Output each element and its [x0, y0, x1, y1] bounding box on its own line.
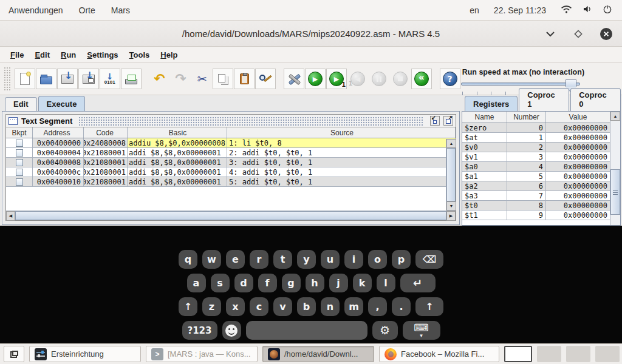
register-value[interactable]: 0x00000000 — [546, 162, 610, 171]
key-s[interactable]: s — [211, 274, 230, 292]
reset-button[interactable]: « — [411, 69, 432, 89]
col-bkpt[interactable]: Bkpt — [6, 127, 33, 138]
scroll-up-icon[interactable]: ▲ — [446, 139, 456, 148]
active-app-menu[interactable]: Mars — [111, 5, 130, 15]
key-q[interactable]: q — [179, 250, 197, 269]
help-button[interactable]: ? — [440, 69, 460, 89]
table-row[interactable]: 0x00400010 0x21080001 addi $8,$8,0x00000… — [6, 177, 456, 187]
key-c[interactable]: c — [250, 297, 268, 316]
scroll-thumb[interactable] — [446, 148, 456, 201]
scroll-left-icon[interactable]: ◀ — [6, 211, 15, 221]
key-l[interactable]: l — [377, 274, 395, 292]
close-button[interactable] — [599, 27, 613, 41]
scroll-right-icon[interactable]: ▶ — [446, 211, 456, 221]
register-row[interactable]: $at 1 0x00000000 — [462, 133, 610, 143]
register-value[interactable]: 0x00000000 — [546, 123, 610, 132]
key-comma[interactable]: , — [368, 297, 387, 316]
key-y[interactable]: y — [297, 250, 316, 269]
table-row[interactable]: 0x00400008 0x21080001 addi $8,$8,0x00000… — [6, 158, 456, 167]
dump-memory-button[interactable]: ↓0101 — [100, 69, 120, 89]
save-button[interactable]: ↓ — [57, 69, 78, 89]
copy-button[interactable] — [213, 69, 233, 89]
clock[interactable]: 22. Sep 11:23 — [494, 5, 546, 15]
maximize-button[interactable] — [571, 27, 586, 41]
save-as-button[interactable]: ↓ — [78, 69, 99, 89]
settings-key[interactable]: ⚙ — [372, 321, 398, 340]
cut-button[interactable]: ✂ — [191, 69, 212, 89]
key-v[interactable]: v — [273, 297, 292, 316]
open-file-button[interactable] — [36, 69, 56, 89]
key-b[interactable]: b — [297, 297, 316, 316]
applications-menu[interactable]: Anwendungen — [9, 5, 63, 15]
register-row[interactable]: $a3 7 0x00000000 — [462, 191, 610, 201]
symbols-key[interactable]: ?123 — [182, 321, 217, 340]
menu-help[interactable]: Help — [155, 48, 183, 62]
col-code[interactable]: Code — [84, 127, 128, 138]
backspace-key[interactable]: ⌫ — [415, 250, 443, 269]
text-segment-titlebar[interactable]: Text Segment ↙ ↗ — [6, 115, 456, 127]
key-d[interactable]: d — [234, 274, 253, 292]
key-z[interactable]: z — [202, 297, 221, 316]
new-file-button[interactable] — [15, 69, 35, 89]
stop-button[interactable] — [390, 69, 411, 89]
key-a[interactable]: a — [187, 274, 206, 292]
register-value[interactable]: 0x00000000 — [546, 191, 610, 200]
run-button[interactable]: ▶ — [305, 69, 326, 89]
workspace-switcher-button[interactable] — [4, 346, 24, 362]
breakpoint-checkbox[interactable] — [16, 140, 23, 147]
scroll-thumb[interactable] — [15, 211, 446, 220]
redo-button[interactable]: ↷ — [171, 69, 191, 89]
register-value[interactable]: 0x00000000 — [546, 181, 610, 190]
col-number[interactable]: Number — [507, 112, 546, 123]
tab-registers[interactable]: Registers — [465, 96, 518, 111]
frame-minimize-button[interactable]: ↙ — [430, 116, 440, 126]
breakpoint-checkbox[interactable] — [16, 178, 23, 186]
key-p[interactable]: p — [392, 250, 411, 269]
register-value[interactable]: 0x00000000 — [546, 211, 610, 220]
key-u[interactable]: u — [321, 250, 340, 269]
menu-settings[interactable]: Settings — [81, 48, 123, 62]
slider-track[interactable] — [461, 83, 580, 86]
menu-file[interactable]: File — [5, 48, 29, 62]
taskbar-item-firefox[interactable]: Facebook – Mozilla Fi... — [379, 346, 499, 362]
keyboard-layout-indicator[interactable]: en — [470, 5, 479, 15]
breakpoint-checkbox[interactable] — [16, 159, 23, 166]
register-row[interactable]: $a1 5 0x00000000 — [462, 172, 610, 181]
register-row[interactable]: $zero 0 0x00000000 — [462, 123, 610, 133]
breakpoint-checkbox[interactable] — [16, 149, 23, 157]
tab-execute[interactable]: Execute — [38, 96, 86, 111]
col-value[interactable]: Value — [546, 112, 610, 123]
emoji-key[interactable] — [222, 321, 241, 340]
key-period[interactable]: . — [392, 297, 411, 316]
step-button[interactable]: ▶1 — [326, 69, 347, 89]
key-h[interactable]: h — [306, 274, 324, 292]
taskbar-item-konsole[interactable]: > [MARS : java — Kons... — [146, 346, 258, 362]
pause-button[interactable] — [369, 69, 389, 89]
key-g[interactable]: g — [282, 274, 301, 292]
paste-button[interactable] — [234, 69, 255, 89]
shift-key-right[interactable]: ↑ — [415, 297, 443, 316]
key-k[interactable]: k — [353, 274, 372, 292]
hide-keyboard-key[interactable]: ⌨▾ — [403, 321, 440, 340]
register-row[interactable]: $t0 8 0x00000000 — [462, 201, 610, 211]
tab-coproc1[interactable]: Coproc 1 — [519, 88, 569, 111]
places-menu[interactable]: Orte — [79, 5, 95, 15]
taskbar-item-mars[interactable]: /home/david/Downl... — [262, 346, 374, 362]
print-button[interactable] — [121, 69, 142, 89]
frame-maximize-button[interactable]: ↗ — [443, 116, 453, 126]
enter-key[interactable]: ↵ — [400, 274, 436, 292]
scroll-down-icon[interactable]: ▼ — [446, 201, 456, 211]
col-name[interactable]: Name — [462, 112, 507, 123]
key-o[interactable]: o — [368, 250, 387, 269]
menu-edit[interactable]: Edit — [29, 48, 55, 62]
registers-vscrollbar[interactable]: ▲ — [610, 112, 620, 226]
register-row[interactable]: $t1 9 0x00000000 — [462, 211, 610, 220]
register-row[interactable]: $v1 3 0x00000000 — [462, 152, 610, 162]
col-basic[interactable]: Basic — [128, 127, 227, 138]
taskbar-empty-button-focused[interactable] — [504, 346, 532, 362]
key-f[interactable]: f — [258, 274, 277, 292]
breakpoint-checkbox[interactable] — [16, 169, 23, 176]
register-value[interactable]: 0x00000000 — [546, 152, 610, 161]
text-segment-hscrollbar[interactable]: ◀ ▶ — [6, 211, 456, 220]
assemble-button[interactable] — [284, 69, 304, 89]
